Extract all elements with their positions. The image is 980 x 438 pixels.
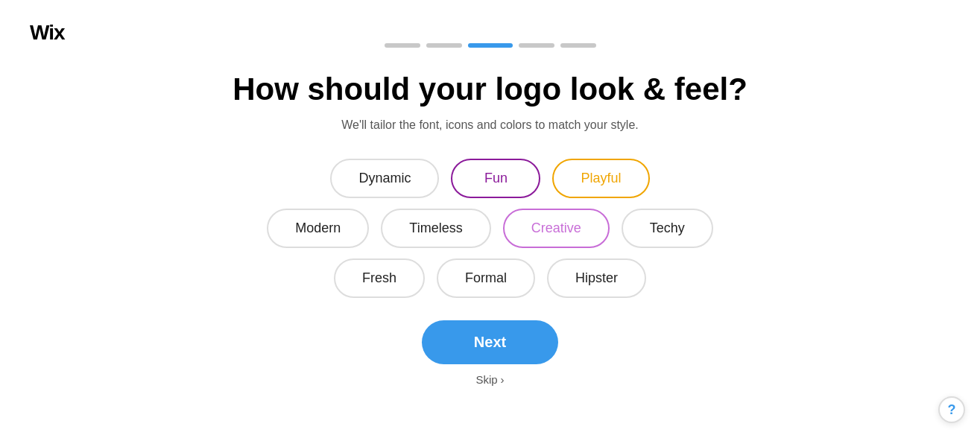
progress-segment-1 [385, 43, 420, 48]
wix-logo: Wix [30, 21, 65, 45]
option-formal[interactable]: Formal [437, 258, 535, 298]
option-timeless[interactable]: Timeless [381, 209, 490, 248]
skip-label: Skip [475, 373, 497, 386]
progress-segment-4 [519, 43, 554, 48]
option-fun[interactable]: Fun [451, 159, 540, 198]
option-fresh[interactable]: Fresh [334, 258, 425, 298]
page-title: How should your logo look & feel? [233, 71, 747, 108]
option-dynamic[interactable]: Dynamic [330, 159, 439, 198]
options-row-2: Modern Timeless Creative Techy [267, 209, 712, 248]
chevron-right-icon: › [501, 373, 505, 386]
option-playful[interactable]: Playful [552, 159, 649, 198]
next-button[interactable]: Next [422, 320, 558, 364]
option-hipster[interactable]: Hipster [547, 258, 646, 298]
progress-segment-5 [560, 43, 596, 48]
progress-bar [385, 43, 596, 48]
main-content: How should your logo look & feel? We'll … [0, 0, 980, 386]
option-techy[interactable]: Techy [622, 209, 713, 248]
options-row-3: Fresh Formal Hipster [334, 258, 646, 298]
options-container: Dynamic Fun Playful Modern Timeless Crea… [267, 159, 712, 298]
skip-link[interactable]: Skip › [475, 373, 504, 386]
option-creative[interactable]: Creative [503, 209, 610, 248]
page-subtitle: We'll tailor the font, icons and colors … [341, 118, 639, 132]
options-row-1: Dynamic Fun Playful [330, 159, 649, 198]
progress-segment-3 [468, 43, 513, 48]
option-modern[interactable]: Modern [267, 209, 369, 248]
progress-segment-2 [426, 43, 462, 48]
help-button[interactable]: ? [938, 396, 965, 423]
